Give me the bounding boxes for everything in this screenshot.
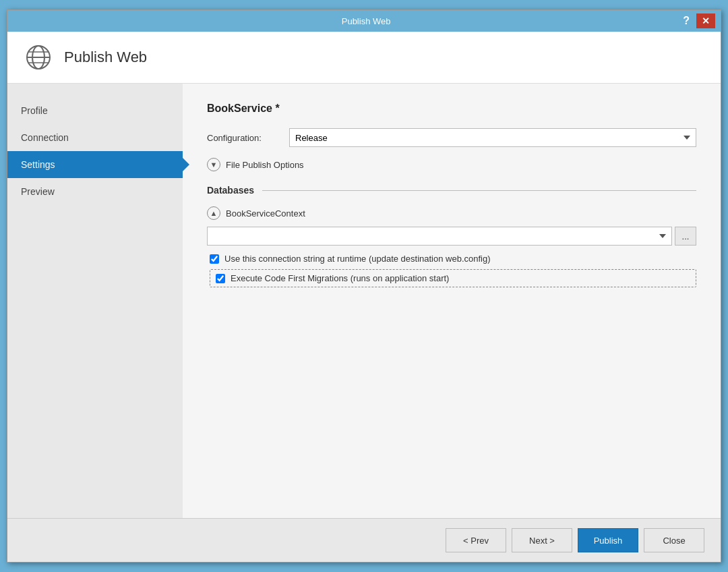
sidebar-item-preview[interactable]: Preview [7,178,183,205]
use-connection-string-row: Use this connection string at runtime (u… [210,254,696,264]
execute-migrations-row: Execute Code First Migrations (runs on a… [210,269,696,287]
help-button[interactable]: ? [679,13,694,28]
databases-label: Databases [207,185,254,196]
sidebar-item-profile[interactable]: Profile [7,97,183,124]
file-publish-options-header[interactable]: ▼ File Publish Options [207,158,696,171]
databases-header: Databases [207,185,696,196]
use-connection-string-label: Use this connection string at runtime (u… [224,254,491,264]
window-title: Publish Web [53,16,679,26]
configuration-label: Configuration: [207,133,281,143]
header-bar: Publish Web [7,32,721,84]
main-window: Publish Web ? ✕ Publish Web Profile Co [7,9,721,563]
title-bar: Publish Web ? ✕ [7,10,721,32]
globe-icon [24,42,53,72]
prev-button[interactable]: < Prev [446,528,506,552]
section-title: BookService * [207,103,696,115]
file-publish-options-label: File Publish Options [226,160,304,170]
main-content: Profile Connection Settings Preview Book… [7,84,721,518]
next-button[interactable]: Next > [512,528,572,552]
execute-migrations-checkbox[interactable] [216,274,225,283]
db-context-expand-icon: ▲ [207,206,220,220]
content-area: BookService * Configuration: Release Deb… [183,84,721,518]
db-connection-row: ... [207,227,696,246]
sidebar-item-connection[interactable]: Connection [7,124,183,151]
publish-button[interactable]: Publish [578,528,638,552]
configuration-select[interactable]: Release Debug [289,128,696,147]
db-context-header[interactable]: ▲ BookServiceContext [207,206,696,220]
use-connection-string-checkbox[interactable] [210,254,219,264]
databases-section: Databases ▲ BookServiceContext ... [207,185,696,287]
header-title: Publish Web [64,49,147,66]
sidebar: Profile Connection Settings Preview [7,84,183,518]
close-window-button[interactable]: ✕ [696,13,715,28]
footer-bar: < Prev Next > Publish Close [7,518,721,562]
title-bar-controls: ? ✕ [679,13,715,28]
databases-divider [262,190,696,191]
configuration-row: Configuration: Release Debug [207,128,696,147]
file-publish-collapse-icon: ▼ [207,158,220,171]
db-connection-select[interactable] [207,227,672,246]
db-context-label: BookServiceContext [226,208,305,219]
execute-migrations-label: Execute Code First Migrations (runs on a… [231,273,449,283]
sidebar-item-settings[interactable]: Settings [7,151,183,178]
db-browse-button[interactable]: ... [675,227,696,246]
close-button[interactable]: Close [644,528,704,552]
